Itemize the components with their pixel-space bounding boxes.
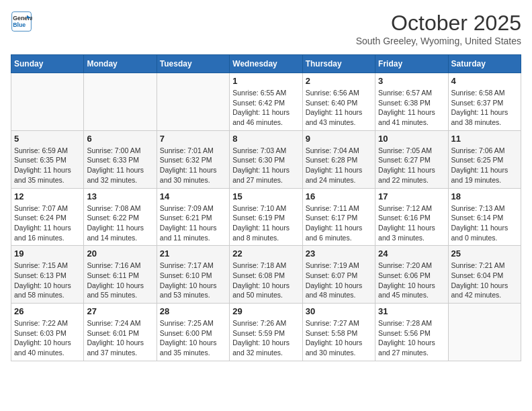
calendar-cell: 3Sunrise: 6:57 AM Sunset: 6:38 PM Daylig… [375, 73, 448, 131]
calendar-cell: 15Sunrise: 7:10 AM Sunset: 6:19 PM Dayli… [230, 188, 302, 246]
day-info: Sunrise: 7:26 AM Sunset: 5:59 PM Dayligh… [232, 318, 299, 358]
day-number: 21 [160, 248, 226, 259]
svg-text:General: General [13, 15, 32, 21]
day-info: Sunrise: 6:56 AM Sunset: 6:40 PM Dayligh… [306, 88, 372, 128]
header-saturday: Saturday [448, 55, 521, 73]
day-number: 15 [232, 191, 299, 201]
day-number: 5 [14, 134, 81, 144]
logo-icon: General Blue [11, 11, 32, 32]
header-friday: Friday [375, 55, 448, 73]
day-number: 8 [232, 134, 299, 144]
day-info: Sunrise: 7:07 AM Sunset: 6:24 PM Dayligh… [14, 203, 81, 243]
header-thursday: Thursday [302, 55, 375, 73]
day-info: Sunrise: 7:28 AM Sunset: 5:56 PM Dayligh… [378, 318, 445, 358]
calendar-cell: 21Sunrise: 7:17 AM Sunset: 6:10 PM Dayli… [157, 246, 229, 304]
calendar-cell [448, 304, 521, 361]
day-number: 24 [378, 248, 445, 259]
calendar-cell [157, 73, 229, 131]
day-number: 20 [87, 248, 153, 259]
calendar-cell: 25Sunrise: 7:21 AM Sunset: 6:04 PM Dayli… [448, 246, 521, 304]
calendar-cell: 17Sunrise: 7:12 AM Sunset: 6:16 PM Dayli… [375, 188, 448, 246]
day-info: Sunrise: 7:24 AM Sunset: 6:01 PM Dayligh… [87, 318, 153, 358]
day-info: Sunrise: 7:12 AM Sunset: 6:16 PM Dayligh… [378, 203, 445, 243]
calendar-header-row: SundayMondayTuesdayWednesdayThursdayFrid… [11, 55, 521, 73]
calendar-week-3: 12Sunrise: 7:07 AM Sunset: 6:24 PM Dayli… [11, 188, 521, 246]
logo: General Blue [11, 11, 32, 32]
day-info: Sunrise: 6:59 AM Sunset: 6:35 PM Dayligh… [14, 146, 81, 185]
day-info: Sunrise: 7:03 AM Sunset: 6:30 PM Dayligh… [232, 146, 299, 185]
day-number: 17 [378, 191, 445, 201]
header-sunday: Sunday [11, 55, 84, 73]
calendar-cell: 13Sunrise: 7:08 AM Sunset: 6:22 PM Dayli… [84, 188, 157, 246]
day-info: Sunrise: 7:10 AM Sunset: 6:19 PM Dayligh… [232, 203, 299, 243]
day-number: 16 [306, 191, 372, 201]
calendar-cell: 9Sunrise: 7:04 AM Sunset: 6:28 PM Daylig… [302, 130, 375, 188]
day-number: 18 [451, 191, 518, 201]
day-number: 7 [160, 134, 226, 144]
day-number: 29 [232, 306, 299, 316]
calendar-cell [84, 73, 157, 131]
day-number: 10 [378, 134, 445, 144]
day-info: Sunrise: 7:13 AM Sunset: 6:14 PM Dayligh… [451, 203, 518, 243]
calendar-cell: 22Sunrise: 7:18 AM Sunset: 6:08 PM Dayli… [230, 246, 302, 304]
day-info: Sunrise: 7:00 AM Sunset: 6:33 PM Dayligh… [87, 146, 153, 185]
calendar-cell: 29Sunrise: 7:26 AM Sunset: 5:59 PM Dayli… [230, 304, 302, 361]
calendar-cell: 7Sunrise: 7:01 AM Sunset: 6:32 PM Daylig… [157, 130, 229, 188]
day-info: Sunrise: 7:04 AM Sunset: 6:28 PM Dayligh… [306, 146, 372, 185]
day-info: Sunrise: 7:27 AM Sunset: 5:58 PM Dayligh… [306, 318, 372, 358]
calendar-cell: 10Sunrise: 7:05 AM Sunset: 6:27 PM Dayli… [375, 130, 448, 188]
day-info: Sunrise: 7:19 AM Sunset: 6:07 PM Dayligh… [306, 261, 372, 300]
calendar-cell: 14Sunrise: 7:09 AM Sunset: 6:21 PM Dayli… [157, 188, 229, 246]
month-title: October 2025 [356, 11, 521, 36]
day-number: 9 [306, 134, 372, 144]
day-info: Sunrise: 7:17 AM Sunset: 6:10 PM Dayligh… [160, 261, 226, 300]
calendar-cell: 4Sunrise: 6:58 AM Sunset: 6:37 PM Daylig… [448, 73, 521, 131]
calendar-cell: 16Sunrise: 7:11 AM Sunset: 6:17 PM Dayli… [302, 188, 375, 246]
day-info: Sunrise: 6:58 AM Sunset: 6:37 PM Dayligh… [451, 88, 518, 128]
day-number: 1 [232, 76, 299, 86]
day-info: Sunrise: 7:25 AM Sunset: 6:00 PM Dayligh… [160, 318, 226, 358]
calendar-week-2: 5Sunrise: 6:59 AM Sunset: 6:35 PM Daylig… [11, 130, 521, 188]
subtitle: South Greeley, Wyoming, United States [356, 36, 521, 46]
day-info: Sunrise: 7:21 AM Sunset: 6:04 PM Dayligh… [451, 261, 518, 300]
calendar-week-4: 19Sunrise: 7:15 AM Sunset: 6:13 PM Dayli… [11, 246, 521, 304]
calendar-cell: 11Sunrise: 7:06 AM Sunset: 6:25 PM Dayli… [448, 130, 521, 188]
day-info: Sunrise: 7:20 AM Sunset: 6:06 PM Dayligh… [378, 261, 445, 300]
calendar-cell: 19Sunrise: 7:15 AM Sunset: 6:13 PM Dayli… [11, 246, 84, 304]
calendar-cell [11, 73, 84, 131]
calendar-cell: 24Sunrise: 7:20 AM Sunset: 6:06 PM Dayli… [375, 246, 448, 304]
svg-text:Blue: Blue [13, 21, 26, 28]
day-info: Sunrise: 7:16 AM Sunset: 6:11 PM Dayligh… [87, 261, 153, 300]
day-info: Sunrise: 7:22 AM Sunset: 6:03 PM Dayligh… [14, 318, 81, 358]
calendar-cell: 8Sunrise: 7:03 AM Sunset: 6:30 PM Daylig… [230, 130, 302, 188]
day-number: 25 [451, 248, 518, 259]
calendar-cell: 27Sunrise: 7:24 AM Sunset: 6:01 PM Dayli… [84, 304, 157, 361]
calendar-cell: 6Sunrise: 7:00 AM Sunset: 6:33 PM Daylig… [84, 130, 157, 188]
calendar-cell: 31Sunrise: 7:28 AM Sunset: 5:56 PM Dayli… [375, 304, 448, 361]
day-info: Sunrise: 7:08 AM Sunset: 6:22 PM Dayligh… [87, 203, 153, 243]
day-info: Sunrise: 7:01 AM Sunset: 6:32 PM Dayligh… [160, 146, 226, 185]
day-number: 4 [451, 76, 518, 86]
calendar-cell: 2Sunrise: 6:56 AM Sunset: 6:40 PM Daylig… [302, 73, 375, 131]
calendar-week-1: 1Sunrise: 6:55 AM Sunset: 6:42 PM Daylig… [11, 73, 521, 131]
day-number: 11 [451, 134, 518, 144]
calendar-cell: 1Sunrise: 6:55 AM Sunset: 6:42 PM Daylig… [230, 73, 302, 131]
day-number: 19 [14, 248, 81, 259]
calendar-cell: 5Sunrise: 6:59 AM Sunset: 6:35 PM Daylig… [11, 130, 84, 188]
day-info: Sunrise: 7:15 AM Sunset: 6:13 PM Dayligh… [14, 261, 81, 300]
calendar-cell: 12Sunrise: 7:07 AM Sunset: 6:24 PM Dayli… [11, 188, 84, 246]
header: General Blue October 2025 South Greeley,… [11, 11, 521, 46]
day-number: 28 [160, 306, 226, 316]
day-number: 23 [306, 248, 372, 259]
day-number: 2 [306, 76, 372, 86]
day-info: Sunrise: 7:09 AM Sunset: 6:21 PM Dayligh… [160, 203, 226, 243]
day-number: 31 [378, 306, 445, 316]
day-number: 22 [232, 248, 299, 259]
day-info: Sunrise: 7:11 AM Sunset: 6:17 PM Dayligh… [306, 203, 372, 243]
header-tuesday: Tuesday [157, 55, 229, 73]
day-number: 3 [378, 76, 445, 86]
calendar-cell: 28Sunrise: 7:25 AM Sunset: 6:00 PM Dayli… [157, 304, 229, 361]
header-monday: Monday [84, 55, 157, 73]
calendar-cell: 26Sunrise: 7:22 AM Sunset: 6:03 PM Dayli… [11, 304, 84, 361]
day-number: 6 [87, 134, 153, 144]
